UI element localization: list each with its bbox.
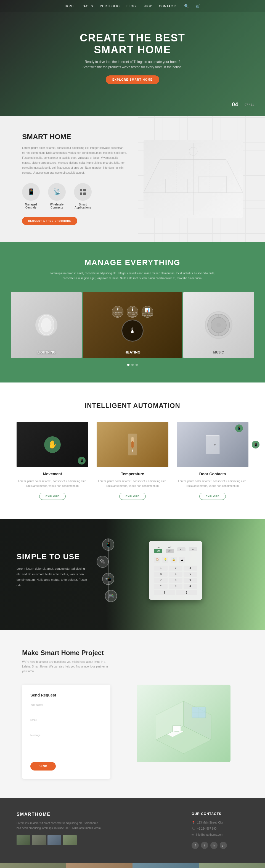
nav-portfolio[interactable]: Portfolio <box>100 4 120 8</box>
project-section: Make Smart Home Project We're here to an… <box>0 630 265 798</box>
temperature-image: 🌡 📱 <box>97 422 168 467</box>
lightning-label: Lightning <box>37 350 56 354</box>
email-input[interactable] <box>30 722 102 730</box>
counter-current: 04 <box>232 101 238 108</box>
form-title: Send Request <box>30 693 102 697</box>
footer-contact-items: 📍 123 Main Street, City 📞 +1 234 567 890… <box>192 820 249 838</box>
footer-about-text: Lorem ipsum dolor sit amet consectetur a… <box>16 821 102 831</box>
footer-content: SMARTHOME Lorem ipsum dolor sit amet con… <box>16 812 249 849</box>
name-field: Your Name <box>30 704 102 714</box>
remote-icon: 🔌 <box>97 556 109 568</box>
simple-body: Lorem ipsum dolor sit amet, consectetur … <box>16 566 88 588</box>
tablet-icon: 📲 <box>102 573 114 585</box>
gallery-item-3: Project slide 3 <box>133 863 199 868</box>
key-2[interactable]: 2 <box>169 566 182 570</box>
nav-pages[interactable]: Pages <box>82 4 93 8</box>
counter-total: 07 / 11 <box>244 103 254 106</box>
door-title: Door Contacts <box>177 472 249 476</box>
dot-2[interactable] <box>131 364 134 366</box>
apps-label: SmartApplications <box>74 203 91 209</box>
keypad-grid: 1 2 3 4 5 6 7 8 9 * 0 # <box>154 566 197 589</box>
smart-home-features: 📱 ManagedCentraly 📡 WirelesslyConnects S… <box>22 183 127 209</box>
hero-subtitle: Ready to dive into the Internet of Thing… <box>80 59 185 70</box>
key-star[interactable]: * <box>154 584 168 589</box>
social-twitter[interactable]: t <box>201 842 208 849</box>
carousel-dots <box>11 364 254 366</box>
feature-managed: 📱 ManagedCentraly <box>22 183 40 209</box>
key-hash[interactable]: # <box>184 584 197 589</box>
footer-contacts: Our Contacts 📍 123 Main Street, City 📞 +… <box>192 812 249 849</box>
footer-logo: SMARTHOME <box>16 812 102 817</box>
nav-home[interactable]: Home <box>65 4 75 8</box>
program-p1[interactable]: P1 <box>177 547 186 551</box>
gallery-item-4: Project slide 4 <box>199 863 265 868</box>
door-image: 📱 <box>177 422 249 467</box>
smart-home-section: SMART HOME Lorem ipsum dolor sit amet, c… <box>0 116 265 242</box>
heating-icons: ☀ AUTOMATICNIGHT LIGHTS 🌡 INDIVIDUALROOM… <box>112 306 153 318</box>
wireless-icon: 📡 <box>48 183 66 201</box>
contacts-title: Our Contacts <box>192 812 249 816</box>
monitoring-icon: 📊 INTELLIGENTMONITORING <box>142 306 153 318</box>
program-p2[interactable]: P2 <box>189 547 197 551</box>
key-9[interactable]: 9 <box>184 578 197 583</box>
dot-1[interactable] <box>127 364 129 366</box>
switch-off[interactable]: off OFF <box>166 546 174 553</box>
music-label: Music <box>213 350 224 354</box>
cart-icon[interactable]: 🛒 <box>195 4 200 8</box>
search-icon[interactable]: 🔍 <box>184 4 189 8</box>
brochure-button[interactable]: REQUEST A FREE BROCHURE <box>22 217 77 225</box>
svg-point-19 <box>217 323 221 327</box>
dot-3[interactable] <box>136 364 138 366</box>
project-content: Send Request Your Name Email Message SEN… <box>22 685 243 779</box>
key-8[interactable]: 8 <box>169 578 182 583</box>
key-6[interactable]: 6 <box>184 572 197 577</box>
key-1[interactable]: 1 <box>154 566 168 570</box>
hero-counter: 04 — 07 / 11 <box>232 101 254 108</box>
key-close-paren[interactable]: ) <box>176 590 197 595</box>
project-subtitle: We're here to answer any questions you m… <box>22 659 110 674</box>
manage-subtitle: Lorem ipsum dolor sit amet, consectetur … <box>50 271 215 281</box>
movement-title: Movement <box>16 472 88 476</box>
message-label: Message <box>30 734 102 737</box>
svg-rect-2 <box>80 192 82 195</box>
temperature-title: Temperature <box>97 472 168 476</box>
room-sketch <box>143 132 243 225</box>
footer: SMARTHOME Lorem ipsum dolor sit amet con… <box>0 798 265 863</box>
manage-cards: Lightning ☀ AUTOMATICNIGHT LIGHTS 🌡 INDI… <box>11 292 254 358</box>
door-explore-button[interactable]: EXPLORE <box>199 493 226 500</box>
svg-point-16 <box>41 318 51 332</box>
name-input[interactable] <box>30 707 102 714</box>
automation-section: INTELLIGENT AUTOMATION ✋ 📱 Movement Lore… <box>0 382 265 519</box>
nav-blog[interactable]: Blog <box>126 4 136 8</box>
thermostat-visual: 🌡 <box>122 319 143 342</box>
simple-icons: 📱 🔌 📲 🎮 <box>102 538 135 602</box>
keypad-switches: on ON off OFF P1 P2 <box>154 546 197 553</box>
footer-gallery: Project slide 1 Project slide 2 Project … <box>0 863 265 868</box>
key-7[interactable]: 7 <box>154 578 168 583</box>
counter-sep: — <box>240 103 243 106</box>
key-5[interactable]: 5 <box>169 572 182 577</box>
social-icons: f t in g+ <box>192 842 249 849</box>
key-open-paren[interactable]: ( <box>154 590 175 595</box>
switch-on[interactable]: on ON <box>154 546 162 553</box>
nav-contacts[interactable]: Contacts <box>159 4 178 8</box>
manage-card-music: Music <box>183 292 254 358</box>
room-control-icon: 🌡 INDIVIDUALROOM CONTROL <box>127 306 138 318</box>
project-form: Send Request Your Name Email Message SEN… <box>22 685 110 779</box>
nav-shop[interactable]: Shop <box>143 4 153 8</box>
temperature-explore-button[interactable]: EXPLORE <box>119 493 146 500</box>
key-3[interactable]: 3 <box>184 566 197 570</box>
key-4[interactable]: 4 <box>154 572 168 577</box>
location-icon: 📍 <box>192 820 195 826</box>
social-facebook[interactable]: f <box>192 842 199 849</box>
social-linkedin[interactable]: in <box>210 842 218 849</box>
simple-text: SIMPLE TO USE Lorem ipsum dolor sit amet… <box>16 552 88 588</box>
send-button[interactable]: SEND <box>30 762 56 771</box>
movement-explore-button[interactable]: EXPLORE <box>39 493 66 500</box>
thumb-1 <box>16 835 30 845</box>
key-0[interactable]: 0 <box>169 584 182 589</box>
message-field: Message <box>30 734 102 755</box>
message-input[interactable] <box>30 738 102 754</box>
social-google[interactable]: g+ <box>220 842 227 849</box>
explore-button[interactable]: EXPLORE SMART HOME <box>106 75 159 84</box>
